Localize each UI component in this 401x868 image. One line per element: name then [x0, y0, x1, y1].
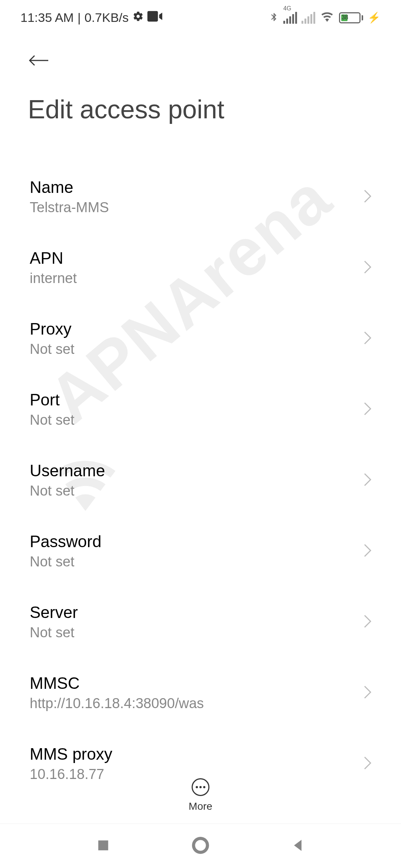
setting-row-name[interactable]: Name Telstra-MMS [30, 161, 371, 232]
signal-bars-2 [301, 12, 315, 24]
status-separator: | [78, 10, 81, 25]
setting-value: Not set [30, 341, 364, 357]
setting-value: Not set [30, 554, 364, 570]
chevron-right-icon [364, 190, 371, 204]
setting-row-mmsc[interactable]: MMSC http://10.16.18.4:38090/was [30, 657, 371, 728]
charging-icon: ⚡ [368, 11, 381, 24]
setting-row-proxy[interactable]: Proxy Not set [30, 303, 371, 374]
chevron-right-icon [364, 615, 371, 629]
svg-rect-0 [98, 840, 108, 850]
chevron-right-icon [364, 756, 371, 771]
status-speed: 0.7KB/s [85, 10, 129, 25]
page-title: Edit access point [28, 95, 373, 124]
status-left: 11:35 AM | 0.7KB/s [20, 10, 162, 25]
signal-group-2 [301, 12, 315, 24]
chevron-right-icon [364, 331, 371, 346]
setting-value: Not set [30, 412, 364, 428]
video-icon [147, 10, 162, 25]
settings-list: Name Telstra-MMS APN internet Proxy Not … [0, 139, 401, 822]
setting-label: Port [30, 391, 364, 409]
more-label: More [189, 800, 212, 812]
status-time: 11:35 AM [20, 10, 74, 25]
nav-recent-button[interactable] [96, 838, 111, 854]
setting-value: 10.16.18.77 [30, 766, 364, 782]
status-bar: 11:35 AM | 0.7KB/s 4G [0, 0, 401, 35]
chevron-right-icon [364, 260, 371, 275]
nav-back-button[interactable] [290, 838, 305, 854]
signal-4g-label: 4G [283, 5, 291, 12]
setting-value: internet [30, 270, 364, 286]
nav-home-button[interactable] [191, 836, 210, 856]
setting-label: Password [30, 532, 364, 551]
setting-value: Telstra-MMS [30, 200, 364, 216]
setting-row-port[interactable]: Port Not set [30, 374, 371, 445]
setting-row-password[interactable]: Password Not set [30, 516, 371, 586]
setting-label: MMSC [30, 674, 364, 693]
bluetooth-icon [269, 10, 279, 25]
status-right: 4G 38 [269, 10, 381, 25]
setting-row-username[interactable]: Username Not set [30, 445, 371, 516]
setting-row-server[interactable]: Server Not set [30, 586, 371, 657]
setting-label: MMS proxy [30, 745, 364, 763]
back-button[interactable] [28, 54, 373, 69]
wifi-icon [320, 11, 335, 25]
setting-value: Not set [30, 483, 364, 499]
setting-label: Name [30, 178, 364, 197]
setting-value: Not set [30, 625, 364, 641]
setting-value: http://10.16.18.4:38090/was [30, 696, 364, 711]
setting-label: APN [30, 249, 364, 267]
setting-label: Username [30, 461, 364, 480]
svg-point-1 [193, 838, 208, 852]
chevron-right-icon [364, 685, 371, 700]
nav-bar [0, 823, 401, 868]
chevron-right-icon [364, 402, 371, 417]
battery-percent: 38 [342, 14, 348, 21]
setting-row-apn[interactable]: APN internet [30, 232, 371, 303]
battery-indicator: 38 [339, 12, 363, 23]
chevron-right-icon [364, 544, 371, 559]
setting-label: Proxy [30, 320, 364, 338]
header: Edit access point [0, 35, 401, 139]
setting-row-mms-proxy[interactable]: MMS proxy 10.16.18.77 [30, 728, 371, 799]
signal-bars-1 [283, 12, 297, 24]
gear-icon [133, 10, 144, 25]
chevron-right-icon [364, 473, 371, 488]
signal-4g-group: 4G [283, 12, 297, 24]
setting-label: Server [30, 603, 364, 622]
